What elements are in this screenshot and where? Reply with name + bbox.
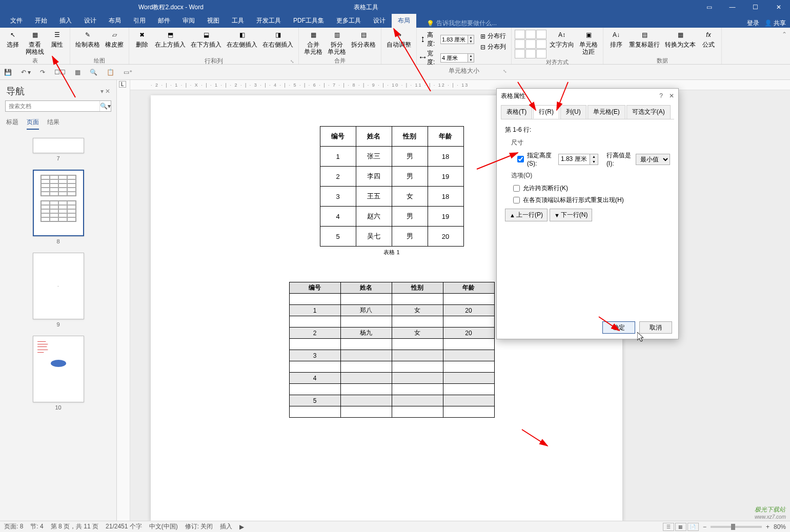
save-icon[interactable]: 💾	[4, 69, 12, 76]
height-type-select[interactable]: 最小值	[636, 154, 670, 165]
sort-button[interactable]: A↓排序	[606, 29, 626, 49]
dialog-tab-row[interactable]: 行(R)	[533, 105, 559, 119]
thumbnail-7[interactable]: 7	[0, 138, 116, 161]
prev-row-button[interactable]: ▲ 上一行(P)	[505, 209, 548, 221]
ribbon-display-icon[interactable]: ▭	[698, 0, 721, 14]
distribute-rows-button[interactable]: ⊞分布行	[478, 31, 508, 42]
view-gridlines-button[interactable]: ▦查看 网格线	[24, 29, 46, 57]
formula-button[interactable]: fx公式	[699, 29, 718, 49]
qat-icon-5[interactable]: ▦	[75, 69, 80, 76]
insert-left-button[interactable]: ◧在左侧插入	[225, 29, 259, 49]
ruler-tab-button[interactable]: L	[119, 81, 126, 88]
draw-table-button[interactable]: ✎绘制表格	[73, 29, 102, 49]
autofit-button[interactable]: ⇔自动调整	[384, 29, 413, 49]
tab-view[interactable]: 视图	[201, 14, 226, 28]
zoom-out-icon[interactable]: −	[703, 523, 706, 530]
status-language[interactable]: 中文(中国)	[149, 522, 178, 531]
thumbnail-9[interactable]: - 9	[0, 253, 116, 328]
redo-icon[interactable]: ↷	[40, 69, 45, 76]
status-page[interactable]: 页面: 8	[4, 522, 23, 531]
tab-references[interactable]: 引用	[127, 14, 152, 28]
zoom-in-icon[interactable]: +	[766, 523, 769, 530]
height-input[interactable]: ▲▼	[440, 35, 474, 44]
thumbnail-8[interactable]: 8	[0, 170, 116, 244]
undo-icon[interactable]: ↶ ▾	[21, 69, 31, 76]
tab-insert[interactable]: 插入	[53, 14, 78, 28]
document-area[interactable]: · 2 · | · 1 · | · X · | · 1 · | · 2 · | …	[130, 80, 790, 522]
next-row-button[interactable]: ▼ 下一行(N)	[550, 209, 593, 221]
dialog-launcher-cellsize[interactable]: ⤡	[503, 69, 507, 74]
tab-developer[interactable]: 开发工具	[250, 14, 287, 28]
distribute-cols-button[interactable]: ⊟分布列	[478, 42, 508, 52]
dialog-tab-table[interactable]: 表格(T)	[501, 105, 532, 119]
close-icon[interactable]: ✕	[767, 0, 790, 14]
insert-below-button[interactable]: ⬓在下方插入	[189, 29, 224, 49]
status-macro-icon[interactable]: ▶	[239, 523, 244, 530]
qat-icon-8[interactable]: ▭⁺	[124, 69, 132, 76]
tab-design[interactable]: 设计	[78, 14, 103, 28]
repeat-header-button[interactable]: ▤重复标题行	[627, 29, 662, 49]
split-table-button[interactable]: ▤拆分表格	[349, 29, 378, 49]
width-input[interactable]: ▲▼	[440, 53, 474, 63]
minimize-icon[interactable]: —	[721, 0, 744, 14]
dialog-tab-cell[interactable]: 单元格(E)	[588, 105, 625, 119]
dialog-close-icon[interactable]: ✕	[669, 92, 674, 99]
status-words[interactable]: 21/2451 个字	[106, 522, 142, 531]
share-button[interactable]: 👤 共享	[764, 19, 786, 28]
text-direction-button[interactable]: A↕文字方向	[548, 29, 576, 49]
zoom-slider[interactable]	[711, 526, 762, 528]
allow-break-checkbox[interactable]	[513, 185, 520, 192]
zoom-percent[interactable]: 80%	[774, 523, 786, 530]
tab-file[interactable]: 文件	[4, 14, 29, 28]
tab-home[interactable]: 开始	[29, 14, 53, 28]
search-icon[interactable]: 🔍▾	[99, 101, 111, 111]
dialog-tab-column[interactable]: 列(U)	[560, 105, 586, 119]
view-mode-buttons[interactable]: ☰▦📄	[663, 523, 699, 531]
qat-icon-6[interactable]: 🔍	[90, 69, 97, 76]
status-page-of[interactable]: 第 8 页，共 11 页	[51, 522, 98, 531]
tell-me-search[interactable]: 💡告诉我您想要做什么...	[427, 19, 497, 28]
cell-margins-button[interactable]: ▣单元格 边距	[577, 29, 600, 57]
tab-table-layout[interactable]: 布局	[392, 14, 416, 28]
alignment-grid[interactable]	[515, 29, 546, 58]
repeat-header-checkbox[interactable]	[513, 197, 520, 203]
eraser-button[interactable]: ▱橡皮擦	[103, 29, 126, 49]
maximize-icon[interactable]: ☐	[744, 0, 767, 14]
spin-down-icon[interactable]: ▼	[590, 159, 598, 165]
select-button[interactable]: ↖选择	[3, 29, 23, 49]
ok-button[interactable]: 确定	[602, 321, 635, 334]
nav-tab-results[interactable]: 结果	[47, 116, 59, 130]
dialog-tab-alttext[interactable]: 可选文字(A)	[626, 105, 671, 119]
tab-layout[interactable]: 布局	[103, 14, 127, 28]
spin-up-icon[interactable]: ▲	[590, 154, 598, 159]
delete-button[interactable]: ✖删除	[132, 29, 152, 49]
status-track[interactable]: 修订: 关闭	[185, 522, 213, 531]
nav-tab-pages[interactable]: 页面	[27, 116, 39, 130]
status-section[interactable]: 节: 4	[30, 522, 43, 531]
nav-search[interactable]: 🔍▾	[5, 100, 111, 112]
nav-close-icon[interactable]: ▾ ✕	[100, 88, 110, 95]
thumbnail-10[interactable]: ━━━━━━━━━━━━━━━━━━━━━━━━━━━━━━━━━━━━━━━━…	[0, 336, 116, 411]
convert-text-button[interactable]: ▦转换为文本	[663, 29, 698, 49]
dialog-help-icon[interactable]: ?	[659, 92, 663, 99]
tab-table-design[interactable]: 设计	[367, 14, 392, 28]
tab-more[interactable]: 更多工具	[330, 14, 367, 28]
split-cells-button[interactable]: ▥拆分 单元格	[326, 29, 348, 57]
collapse-ribbon-icon[interactable]: ⌃	[779, 28, 790, 64]
tab-mailings[interactable]: 邮件	[152, 14, 176, 28]
insert-right-button[interactable]: ◨在右侧插入	[260, 29, 295, 49]
properties-button[interactable]: ☰属性	[47, 29, 67, 49]
qat-icon-7[interactable]: 📋	[107, 69, 114, 76]
login-link[interactable]: 登录	[747, 19, 759, 28]
status-insert[interactable]: 插入	[220, 522, 232, 531]
tab-tools[interactable]: 工具	[226, 14, 250, 28]
height-spinbox[interactable]: ▲▼	[558, 154, 598, 165]
doc-table-1[interactable]: 编号姓名性别年龄 1张三男18 2李四男19 3王五女18 4赵六男19 5吴七…	[320, 126, 464, 247]
doc-table-2[interactable]: 编号姓名性别年龄 1郑八女20 2杨九女20 3 4 5	[289, 282, 495, 418]
qat-icon-4[interactable]: ☐☐	[54, 69, 66, 76]
height-value-input[interactable]	[559, 154, 590, 165]
nav-search-input[interactable]	[6, 101, 99, 111]
dialog-launcher-rowcol[interactable]: ⤡	[290, 59, 294, 64]
tab-pdf[interactable]: PDF工具集	[287, 14, 330, 28]
insert-above-button[interactable]: ⬒在上方插入	[153, 29, 188, 49]
